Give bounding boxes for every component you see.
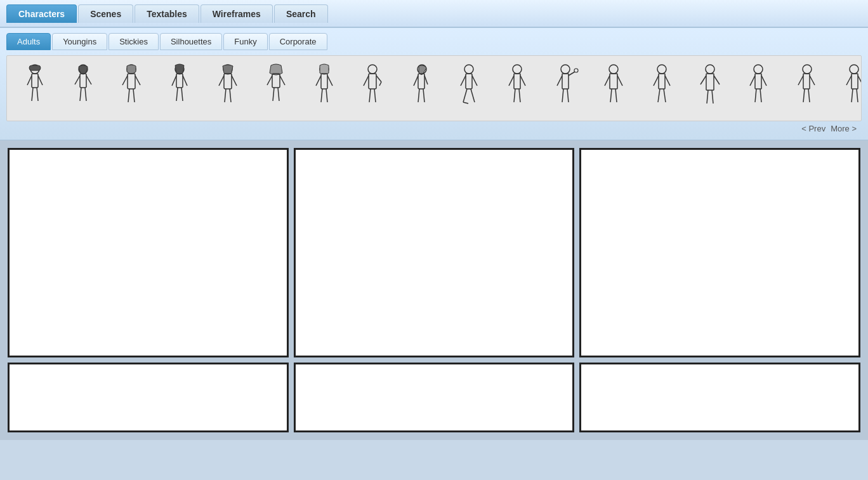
svg-line-86 xyxy=(658,89,660,102)
svg-line-80 xyxy=(610,89,612,102)
svg-point-82 xyxy=(657,65,666,74)
character-8[interactable] xyxy=(350,60,395,117)
svg-line-10 xyxy=(86,76,91,84)
tab-search[interactable]: Search xyxy=(274,4,328,23)
svg-point-63 xyxy=(513,65,522,74)
more-button[interactable]: More > xyxy=(831,124,857,133)
top-tab-bar: Characters Scenes Textables Wireframes S… xyxy=(0,0,868,28)
character-14[interactable] xyxy=(639,60,685,117)
svg-line-52 xyxy=(414,76,418,86)
svg-rect-14 xyxy=(128,74,135,89)
strip-navigation: < Prev More > xyxy=(6,121,862,135)
svg-rect-64 xyxy=(514,74,520,89)
tab-wireframes[interactable]: Wireframes xyxy=(201,4,273,23)
svg-line-28 xyxy=(232,76,237,86)
svg-rect-95 xyxy=(755,74,761,89)
storyboard-cell-4[interactable] xyxy=(8,363,289,432)
svg-line-79 xyxy=(617,76,622,86)
svg-rect-44 xyxy=(369,74,376,89)
subtab-stickies[interactable]: Stickies xyxy=(109,33,159,50)
svg-point-69 xyxy=(561,65,570,74)
svg-line-45 xyxy=(364,76,369,86)
svg-rect-107 xyxy=(852,74,858,89)
storyboard-cell-1[interactable] xyxy=(8,148,289,357)
svg-line-92 xyxy=(707,90,708,103)
character-13[interactable] xyxy=(591,60,636,117)
svg-point-43 xyxy=(368,65,377,74)
svg-rect-6 xyxy=(29,65,41,70)
svg-line-65 xyxy=(509,76,514,86)
character-7[interactable] xyxy=(301,60,347,117)
svg-line-9 xyxy=(75,76,80,84)
subtab-silhouettes[interactable]: Silhouettes xyxy=(160,33,222,50)
svg-line-23 xyxy=(176,88,178,101)
svg-line-99 xyxy=(760,89,761,102)
character-1[interactable] xyxy=(12,60,58,117)
character-5[interactable] xyxy=(205,60,251,117)
storyboard-grid xyxy=(5,145,863,435)
svg-line-27 xyxy=(219,76,224,86)
svg-point-88 xyxy=(706,65,714,74)
svg-rect-83 xyxy=(659,74,665,89)
svg-line-55 xyxy=(423,89,424,102)
svg-rect-89 xyxy=(706,74,714,90)
tab-characters[interactable]: Characters xyxy=(6,4,77,23)
svg-line-97 xyxy=(761,76,766,86)
character-11[interactable] xyxy=(494,60,540,117)
svg-line-58 xyxy=(461,76,466,86)
svg-rect-32 xyxy=(272,74,280,88)
svg-line-91 xyxy=(714,76,720,84)
svg-line-61 xyxy=(471,89,475,102)
svg-line-75 xyxy=(567,89,569,102)
sub-tab-bar: Adults Youngins Stickies Silhouettes Fun… xyxy=(6,33,862,50)
tab-textables[interactable]: Textables xyxy=(135,4,199,23)
character-6[interactable] xyxy=(253,60,299,117)
svg-line-29 xyxy=(225,89,226,102)
character-3[interactable] xyxy=(109,60,154,117)
svg-line-110 xyxy=(852,89,853,102)
character-9[interactable] xyxy=(398,60,444,117)
prev-button[interactable]: < Prev xyxy=(801,124,825,133)
svg-line-33 xyxy=(267,76,272,85)
subtab-youngins[interactable]: Youngins xyxy=(52,33,107,50)
svg-rect-38 xyxy=(321,74,327,89)
storyboard-cell-3[interactable] xyxy=(579,148,860,357)
svg-line-21 xyxy=(172,76,176,86)
svg-line-68 xyxy=(519,89,520,102)
character-15[interactable] xyxy=(687,60,733,117)
svg-line-4 xyxy=(32,88,33,101)
svg-line-15 xyxy=(122,76,128,85)
svg-line-98 xyxy=(755,89,756,102)
character-17[interactable] xyxy=(784,60,829,117)
svg-point-76 xyxy=(609,65,618,74)
character-16[interactable] xyxy=(735,60,781,117)
svg-line-71 xyxy=(557,76,562,86)
svg-line-35 xyxy=(273,88,274,101)
subtab-adults[interactable]: Adults xyxy=(6,33,51,50)
svg-line-11 xyxy=(80,88,81,101)
storyboard-cell-2[interactable] xyxy=(294,148,575,357)
character-18[interactable] xyxy=(832,60,862,117)
storyboard-cell-6[interactable] xyxy=(579,363,860,432)
svg-rect-77 xyxy=(610,74,617,89)
subtab-corporate[interactable]: Corporate xyxy=(269,33,327,50)
character-10[interactable] xyxy=(446,60,492,117)
svg-rect-51 xyxy=(418,74,424,89)
character-2[interactable] xyxy=(60,60,106,117)
svg-point-56 xyxy=(464,65,473,74)
svg-line-17 xyxy=(128,89,129,102)
svg-line-46 xyxy=(376,76,381,82)
svg-rect-20 xyxy=(176,74,183,88)
tab-scenes[interactable]: Scenes xyxy=(78,4,133,23)
character-4[interactable] xyxy=(157,60,202,117)
character-panel: Adults Youngins Stickies Silhouettes Fun… xyxy=(0,28,868,140)
svg-line-30 xyxy=(230,89,231,102)
svg-rect-57 xyxy=(466,74,472,89)
svg-line-108 xyxy=(846,76,852,85)
svg-rect-1 xyxy=(32,74,38,88)
subtab-funky[interactable]: Funky xyxy=(223,33,267,50)
character-12[interactable] xyxy=(542,60,588,117)
svg-line-40 xyxy=(327,76,332,86)
storyboard-cell-5[interactable] xyxy=(294,363,575,432)
svg-line-42 xyxy=(326,89,327,102)
